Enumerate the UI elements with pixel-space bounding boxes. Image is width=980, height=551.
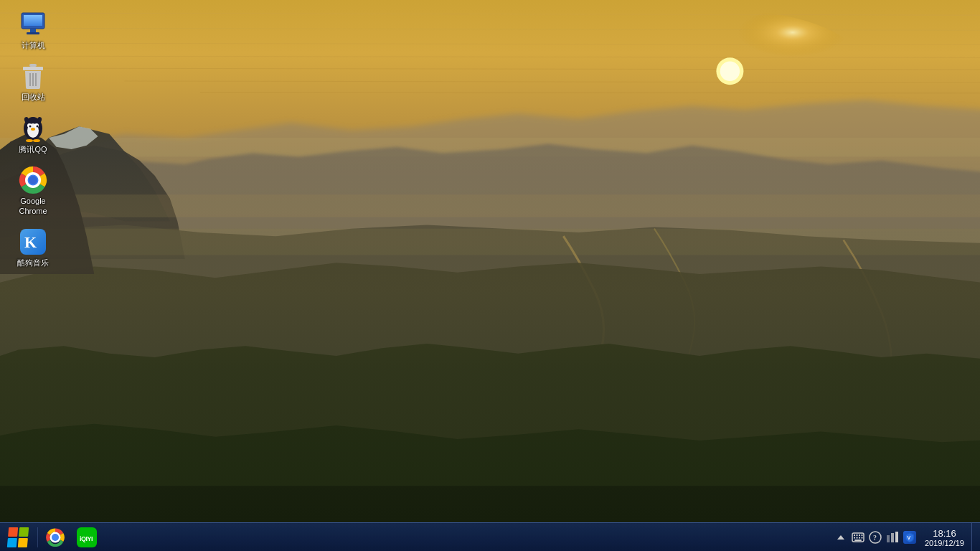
taskbar-iqiyi-icon: iQIYI [77, 527, 97, 547]
svg-point-30 [31, 128, 35, 131]
chrome-icon [19, 166, 47, 194]
network-icon [886, 531, 899, 544]
start-button[interactable] [0, 523, 36, 552]
svg-rect-52 [856, 537, 857, 539]
clock-date: 2019/12/19 [925, 539, 964, 547]
help-icon: ? [869, 531, 882, 544]
svg-point-38 [29, 176, 37, 184]
svg-rect-18 [27, 32, 39, 34]
svg-rect-14 [0, 229, 980, 255]
recycle-icon [19, 62, 47, 90]
svg-point-42 [52, 534, 59, 541]
keyboard-icon [852, 532, 864, 542]
clock-time: 18:16 [933, 528, 956, 539]
chrome-icon-label: Google Chrome [10, 196, 56, 217]
svg-rect-60 [895, 532, 898, 542]
svg-point-11 [720, 62, 740, 81]
desktop-icons-area: 计算机 回收站 [7, 7, 59, 271]
system-tray: ? V [833, 523, 980, 551]
desktop-icon-qq[interactable]: 腾讯QQ [7, 111, 59, 157]
svg-rect-59 [891, 533, 894, 542]
svg-point-29 [37, 125, 39, 127]
chevron-up-icon [836, 532, 846, 542]
desktop-icon-kugou[interactable]: K 酷狗音乐 [7, 225, 59, 270]
kugou-icon: K [19, 227, 47, 256]
recycle-icon-label: 回收站 [22, 92, 45, 102]
background-mountains [0, 0, 980, 522]
taskbar-iqiyi-button[interactable]: iQIYI [71, 523, 103, 552]
svg-rect-49 [859, 534, 860, 536]
svg-point-33 [26, 139, 33, 142]
security-shield-icon: V [903, 531, 916, 544]
desktop-icon-chrome[interactable]: Google Chrome [7, 163, 59, 220]
windows-logo [7, 527, 29, 547]
show-desktop-button[interactable] [971, 523, 977, 551]
svg-rect-55 [854, 540, 862, 541]
svg-text:V: V [907, 535, 910, 540]
svg-rect-58 [887, 535, 890, 542]
tray-network-button[interactable] [885, 523, 900, 551]
svg-text:K: K [24, 233, 37, 251]
svg-rect-54 [861, 537, 862, 539]
taskbar: iQIYI [0, 522, 980, 551]
svg-rect-16 [24, 15, 42, 26]
computer-icon-label: 计算机 [22, 40, 45, 50]
clock-area[interactable]: 18:16 2019/12/19 [919, 523, 970, 551]
svg-rect-47 [854, 534, 855, 536]
taskbar-chrome-button[interactable] [39, 523, 71, 552]
tray-help-button[interactable]: ? [867, 523, 883, 551]
svg-rect-17 [30, 29, 36, 32]
svg-rect-19 [29, 64, 37, 67]
qq-icon-label: 腾讯QQ [19, 144, 47, 154]
svg-rect-50 [861, 534, 862, 536]
svg-point-34 [33, 139, 40, 142]
desktop-icon-computer[interactable]: 计算机 [7, 7, 59, 53]
qq-icon [19, 114, 47, 143]
tray-expand-button[interactable] [833, 523, 849, 551]
svg-rect-53 [859, 537, 860, 539]
tray-keyboard-button[interactable] [850, 523, 866, 551]
desktop-icon-recycle[interactable]: 回收站 [7, 59, 59, 105]
kugou-icon-label: 酷狗音乐 [17, 258, 49, 268]
svg-marker-45 [837, 535, 844, 540]
svg-rect-20 [23, 67, 43, 70]
svg-point-28 [29, 125, 32, 127]
svg-text:?: ? [873, 534, 877, 542]
svg-rect-48 [856, 534, 857, 536]
svg-rect-13 [0, 194, 980, 217]
taskbar-divider-1 [37, 527, 38, 547]
win-logo-blue [7, 538, 17, 547]
win-logo-yellow [18, 538, 28, 547]
win-logo-red [8, 527, 18, 537]
desktop: 计算机 回收站 [0, 0, 980, 551]
win-logo-green [19, 527, 29, 537]
taskbar-chrome-icon [46, 528, 65, 547]
svg-rect-51 [854, 537, 855, 539]
computer-icon [19, 10, 47, 39]
tray-security-button[interactable]: V [902, 523, 918, 551]
svg-text:iQIYI: iQIYI [80, 535, 93, 542]
